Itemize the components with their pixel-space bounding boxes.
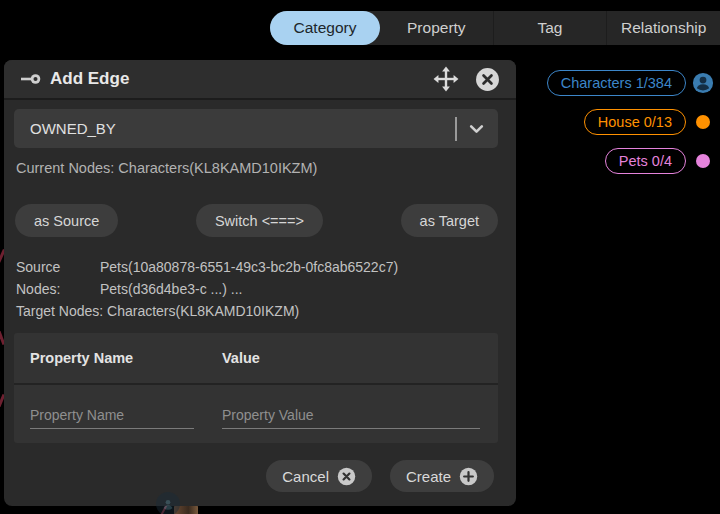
graph-node-person — [156, 492, 180, 514]
switch-button[interactable]: Switch <===> — [196, 204, 323, 237]
create-circle-plus-icon — [459, 467, 478, 486]
property-table: Property Name Value — [14, 333, 498, 443]
legend-row-pets: Pets 0/4 — [605, 148, 714, 174]
source-node-2: Pets(d36d4be3-c ...) ... — [100, 281, 242, 297]
property-name-header: Property Name — [30, 350, 222, 366]
legend-characters-label: Characters 1/384 — [561, 75, 672, 91]
tab-category[interactable]: Category — [270, 11, 380, 45]
direction-controls: as Source Switch <===> as Target — [15, 204, 498, 237]
legend-house-label: House 0/13 — [598, 114, 672, 130]
move-icon — [433, 66, 459, 92]
characters-user-icon[interactable] — [692, 72, 714, 94]
legend-pill-pets[interactable]: Pets 0/4 — [605, 148, 686, 174]
source-node-1: Pets(10a80878-6551-49c3-bc2b-0fc8ab6522c… — [100, 259, 398, 275]
edge-icon — [20, 71, 42, 87]
close-dialog-button[interactable] — [475, 67, 500, 92]
dialog-footer: Cancel Create — [4, 460, 516, 492]
pets-color-dot[interactable] — [696, 154, 710, 168]
house-dot-slot — [692, 115, 714, 129]
dialog-header[interactable]: Add Edge — [4, 60, 516, 100]
target-nodes-row: Target Nodes: Characters(KL8KAMD10IKZM) — [16, 300, 502, 322]
dropdown-divider — [455, 117, 457, 141]
move-dialog-handle[interactable] — [433, 66, 459, 92]
tab-category-label: Category — [294, 19, 357, 37]
as-target-button[interactable]: as Target — [401, 204, 498, 237]
target-nodes-value: Characters(KL8KAMD10IKZM) — [107, 303, 299, 319]
source-nodes-values: Pets(10a80878-6551-49c3-bc2b-0fc8ab6522c… — [100, 256, 502, 300]
cancel-button[interactable]: Cancel — [266, 460, 372, 492]
tab-tag-label: Tag — [538, 19, 563, 37]
property-table-header: Property Name Value — [14, 333, 498, 385]
legend-row-characters: Characters 1/384 — [547, 70, 714, 96]
property-name-input[interactable] — [30, 401, 194, 429]
tab-relationship[interactable]: Relationship — [606, 11, 720, 45]
edge-type-value: OWNED_BY — [14, 120, 455, 137]
tab-property-label: Property — [407, 19, 466, 37]
property-value-input[interactable] — [222, 401, 480, 429]
house-color-dot[interactable] — [696, 115, 710, 129]
legend-pill-house[interactable]: House 0/13 — [584, 109, 686, 135]
create-label: Create — [406, 468, 451, 485]
tab-relationship-label: Relationship — [621, 19, 706, 37]
property-input-row — [14, 385, 498, 429]
nodes-info: Source Nodes: Pets(10a80878-6551-49c3-bc… — [16, 256, 502, 322]
category-legend: Characters 1/384 House 0/13 Pets 0/4 — [547, 70, 714, 174]
source-nodes-row: Source Nodes: Pets(10a80878-6551-49c3-bc… — [16, 256, 502, 300]
switch-cell: Switch <===> — [118, 204, 400, 237]
value-header: Value — [222, 350, 498, 366]
source-nodes-label: Source Nodes: — [16, 256, 100, 300]
legend-pets-label: Pets 0/4 — [619, 153, 672, 169]
target-nodes-label: Target Nodes: — [16, 303, 103, 319]
mode-tab-bar: Category Property Tag Relationship — [270, 11, 720, 45]
dialog-title: Add Edge — [50, 69, 129, 89]
cancel-label: Cancel — [282, 468, 329, 485]
person-icon — [161, 497, 175, 511]
legend-pill-characters[interactable]: Characters 1/384 — [547, 70, 686, 96]
tab-tag[interactable]: Tag — [493, 11, 607, 45]
chevron-down-icon — [469, 124, 498, 134]
add-edge-dialog: Add Edge OWNED_BY Cu — [4, 60, 516, 506]
as-source-button[interactable]: as Source — [15, 204, 118, 237]
create-button[interactable]: Create — [390, 460, 494, 492]
current-nodes-text: Current Nodes: Characters(KL8KAMD10IKZM) — [16, 160, 317, 176]
legend-row-house: House 0/13 — [584, 109, 714, 135]
cancel-circle-x-icon — [337, 467, 356, 486]
edge-type-select[interactable]: OWNED_BY — [14, 109, 498, 148]
close-icon — [475, 67, 500, 92]
tab-property[interactable]: Property — [380, 11, 493, 45]
pets-dot-slot — [692, 154, 714, 168]
